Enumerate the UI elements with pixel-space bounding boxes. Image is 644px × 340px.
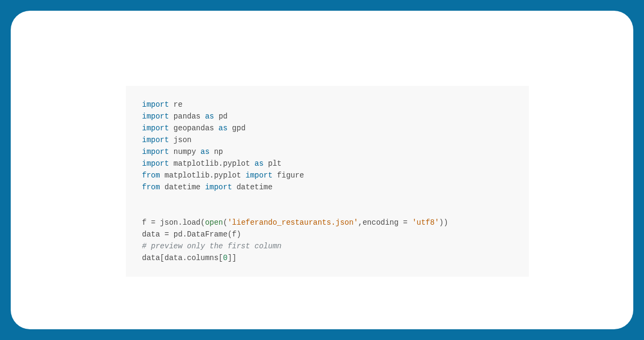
code-token xyxy=(200,112,205,121)
code-token: as xyxy=(200,147,209,156)
code-line: data[data.columns[0]] xyxy=(142,252,513,264)
code-token: np xyxy=(214,147,223,156)
code-line xyxy=(142,193,513,205)
code-token xyxy=(408,218,412,227)
code-token: columns[ xyxy=(187,254,223,262)
code-token: as xyxy=(219,124,228,132)
code-line: from datetime import datetime xyxy=(142,181,513,193)
code-token: DataFrame(f) xyxy=(187,230,241,239)
page-card: import reimport pandas as pdimport geopa… xyxy=(11,11,633,329)
code-line xyxy=(142,205,513,217)
code-token xyxy=(169,159,173,168)
code-token: json xyxy=(155,218,178,227)
code-token: data xyxy=(142,230,164,239)
code-token: 'lieferando_restaurants.json' xyxy=(228,218,358,227)
code-token: = xyxy=(403,218,407,227)
code-token xyxy=(196,147,200,156)
code-token: )) xyxy=(439,218,448,227)
code-token: load( xyxy=(183,218,205,227)
code-token: pandas xyxy=(174,112,200,121)
code-token: matplotlib.pyplot xyxy=(174,159,250,168)
code-token: import xyxy=(245,171,272,180)
code-token xyxy=(214,112,218,121)
code-token: plt xyxy=(268,159,281,168)
code-token: import xyxy=(205,183,232,191)
code-token: import xyxy=(142,159,169,168)
code-line: f = json.load(open('lieferando_restauran… xyxy=(142,217,513,228)
code-token: import xyxy=(142,147,169,156)
code-token xyxy=(169,147,173,156)
code-token: import xyxy=(142,124,169,132)
code-token: ]] xyxy=(228,254,237,262)
code-token: # preview only the first column xyxy=(142,242,281,250)
code-token: json xyxy=(174,136,192,144)
code-token: . xyxy=(178,218,182,227)
code-token: datetime xyxy=(164,183,200,191)
code-token xyxy=(169,124,173,132)
code-token xyxy=(200,183,205,191)
code-token: from xyxy=(142,183,160,191)
code-token: ,encoding xyxy=(358,218,403,227)
code-token: as xyxy=(205,112,214,121)
code-line: import matplotlib.pyplot as plt xyxy=(142,158,513,169)
code-line: data = pd.DataFrame(f) xyxy=(142,228,513,240)
code-line: from matplotlib.pyplot import figure xyxy=(142,169,513,181)
code-token: open xyxy=(205,218,223,227)
code-token: . xyxy=(183,230,187,239)
code-token: numpy xyxy=(174,147,196,156)
code-token: datetime xyxy=(232,183,273,191)
code-line: import re xyxy=(142,99,513,110)
code-token: . xyxy=(183,254,187,262)
code-line: import pandas as pd xyxy=(142,110,513,122)
code-token: pd xyxy=(219,112,228,121)
code-token: matplotlib.pyplot xyxy=(164,171,241,180)
code-token: figure xyxy=(273,171,304,180)
code-token xyxy=(228,124,232,132)
code-token: import xyxy=(142,100,169,109)
code-token: geopandas xyxy=(174,124,214,132)
code-token: = xyxy=(151,218,155,227)
code-token xyxy=(241,171,245,180)
code-token: ( xyxy=(223,218,227,227)
code-token xyxy=(169,136,173,144)
code-token xyxy=(160,183,164,191)
code-token: f xyxy=(142,218,151,227)
code-token xyxy=(169,100,173,109)
code-token: pd xyxy=(169,230,182,239)
code-token: as xyxy=(254,159,264,168)
code-token: from xyxy=(142,171,160,180)
code-block: import reimport pandas as pdimport geopa… xyxy=(126,86,529,277)
code-token: gpd xyxy=(232,124,245,132)
code-line: import json xyxy=(142,134,513,146)
code-token: data[data xyxy=(142,254,183,262)
code-token xyxy=(160,171,164,180)
code-token: import xyxy=(142,136,169,144)
code-token xyxy=(214,124,218,132)
code-token: 0 xyxy=(223,254,227,262)
code-token: re xyxy=(174,100,183,109)
code-line: import numpy as np xyxy=(142,146,513,158)
code-line: import geopandas as gpd xyxy=(142,122,513,134)
code-token xyxy=(250,159,254,168)
code-token: import xyxy=(142,112,169,121)
code-token: 'utf8' xyxy=(412,218,439,227)
code-line: # preview only the first column xyxy=(142,240,513,252)
code-token xyxy=(169,112,173,121)
